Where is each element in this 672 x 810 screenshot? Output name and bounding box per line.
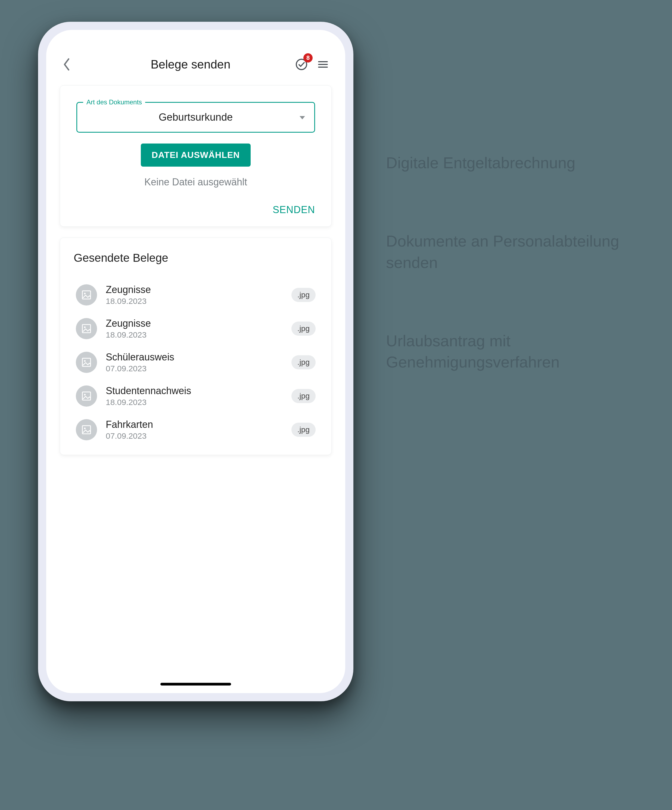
document-date: 07.09.2023 — [106, 364, 283, 373]
file-extension-badge: .jpg — [291, 423, 316, 437]
svg-point-6 — [84, 293, 86, 294]
caret-down-icon — [299, 115, 306, 120]
image-icon — [76, 318, 97, 339]
status-button[interactable]: 8 — [294, 57, 309, 72]
no-file-hint: Keine Datei ausgewählt — [76, 176, 315, 188]
document-title: Schülerausweis — [106, 351, 283, 363]
phone-frame: Belege senden 8 — [38, 22, 353, 701]
document-meta: Studentennachweis18.09.2023 — [106, 385, 283, 407]
image-icon — [76, 284, 97, 305]
side-captions: Digitale Entgeltabrechnung Dokumente an … — [386, 22, 658, 373]
document-date: 18.09.2023 — [106, 330, 283, 339]
file-extension-badge: .jpg — [291, 288, 316, 302]
upload-card: Art des Dokuments Geburtsurkunde DATEI A… — [60, 85, 332, 227]
image-icon — [76, 352, 97, 373]
sent-heading: Gesendete Belege — [74, 251, 318, 265]
document-title: Zeugnisse — [106, 284, 283, 295]
hamburger-icon — [317, 59, 329, 71]
document-meta: Zeugnisse18.09.2023 — [106, 318, 283, 339]
document-title: Studentennachweis — [106, 385, 283, 397]
svg-point-8 — [84, 326, 86, 328]
document-row[interactable]: Zeugnisse18.09.2023.jpg — [74, 278, 318, 312]
file-extension-badge: .jpg — [291, 355, 316, 370]
document-meta: Zeugnisse18.09.2023 — [106, 284, 283, 306]
document-title: Fahrkarten — [106, 419, 283, 430]
svg-point-14 — [84, 427, 86, 429]
field-value: Geburtsurkunde — [85, 111, 307, 123]
document-row[interactable]: Studentennachweis18.09.2023.jpg — [74, 379, 318, 413]
image-icon — [76, 385, 97, 407]
caption-1: Digitale Entgeltabrechnung — [386, 152, 658, 174]
notification-badge: 8 — [303, 53, 312, 62]
home-indicator — [160, 683, 231, 685]
send-button[interactable]: SENDEN — [76, 201, 315, 216]
field-legend: Art des Dokuments — [83, 98, 145, 106]
page-title: Belege senden — [87, 57, 294, 71]
document-date: 18.09.2023 — [106, 297, 283, 306]
file-extension-badge: .jpg — [291, 389, 316, 403]
svg-marker-4 — [300, 116, 305, 119]
sent-documents-card: Gesendete Belege Zeugnisse18.09.2023.jpg… — [60, 238, 332, 455]
document-row[interactable]: Fahrkarten07.09.2023.jpg — [74, 413, 318, 447]
document-meta: Schülerausweis07.09.2023 — [106, 351, 283, 373]
document-type-select[interactable]: Art des Dokuments Geburtsurkunde — [76, 102, 315, 133]
document-row[interactable]: Schülerausweis07.09.2023.jpg — [74, 346, 318, 379]
document-date: 18.09.2023 — [106, 398, 283, 407]
file-extension-badge: .jpg — [291, 322, 316, 336]
back-button[interactable] — [62, 57, 71, 71]
image-icon — [76, 419, 97, 440]
document-title: Zeugnisse — [106, 318, 283, 329]
chevron-left-icon — [62, 57, 71, 71]
document-row[interactable]: Zeugnisse18.09.2023.jpg — [74, 312, 318, 346]
choose-file-button[interactable]: DATEI AUSWÄHLEN — [141, 143, 251, 167]
svg-point-10 — [84, 360, 86, 362]
phone-screen: Belege senden 8 — [46, 30, 345, 693]
menu-button[interactable] — [317, 59, 329, 71]
document-meta: Fahrkarten07.09.2023 — [106, 419, 283, 440]
app-header: Belege senden 8 — [60, 46, 332, 85]
document-date: 07.09.2023 — [106, 431, 283, 440]
svg-point-12 — [84, 394, 86, 395]
caption-2: Dokumente an Personalabteilung senden — [386, 231, 658, 273]
caption-3: Urlaubsantrag mit Genehmigungsverfahren — [386, 330, 658, 373]
